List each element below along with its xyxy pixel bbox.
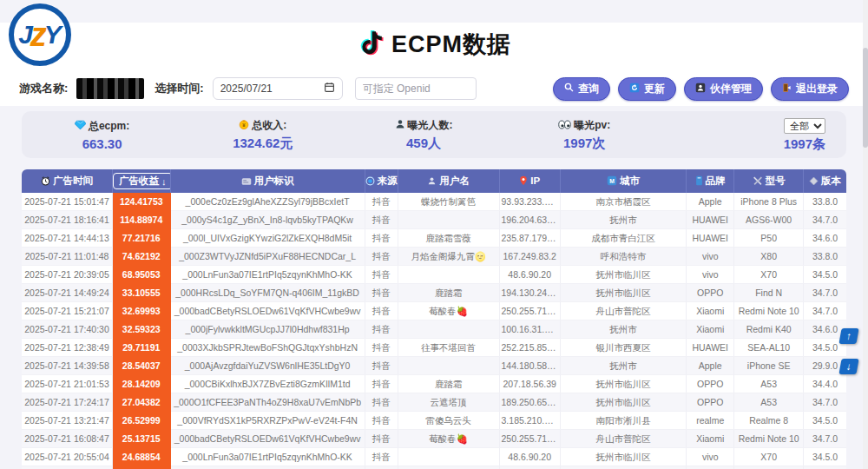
revenue-sort-control[interactable]: 广告收益↓ (113, 173, 170, 189)
table-body: 2025-07-21 15:01:47124.41753_000eCz0zEz9… (22, 193, 846, 469)
cell-ip: 100.16.31.126 (499, 320, 560, 339)
cell-version: 34.6.0 (804, 229, 846, 248)
cell-version: 34.5.0 (804, 266, 846, 284)
cell-ip: 250.255.71.44 (499, 302, 560, 320)
cell-ad_revenue: 28.14209 (113, 375, 171, 393)
cell-source: 抖音 (365, 448, 398, 466)
stats-bar: 总ecpm: 663.30 ¥ 总收入: 1324.62元 曝光人数: 459人… (22, 111, 846, 158)
table-row: 2025-07-21 21:01:5328.14209_000CBiKxlhxB… (22, 375, 846, 393)
page-scrollbar[interactable] (863, 0, 868, 469)
calendar-icon[interactable] (324, 81, 335, 96)
page-title-wrap: ECPM数据 (0, 28, 868, 61)
cell-username: 鹿踏霜雪薇 (398, 229, 499, 248)
cell-source: 抖音 (365, 320, 398, 339)
cell-user_id: _000jFylvwkkltMGUcpJJ7l0Hdhwf831Hp (170, 320, 365, 339)
cell-user_id: _000O1fCFEE3PaNTh4oZ9H8xaU7vEmNbPb (170, 393, 365, 412)
cell-user_id: _000VfRYdSX1kP5RXRZPxPwV-eV24t-F4N (170, 412, 365, 430)
partner-icon (695, 83, 706, 96)
cell-username: 蝶烧竹制篱笆 (398, 193, 499, 211)
cell-ip: 93.93.233.121 (499, 193, 560, 211)
game-name-label: 游戏名称: (19, 81, 68, 96)
cell-username: 鹿踏霜 (398, 284, 499, 302)
cell-city: 抚州市临川区 (560, 375, 686, 393)
refresh-button[interactable]: 更新 (618, 77, 676, 101)
cell-version: 34.4.0 (804, 375, 846, 393)
cell-user_id: _000HRcsLDq_SoYFM7QN-q406IM_11gkBD (170, 284, 365, 302)
cell-ip: 48.6.90.20 (499, 448, 560, 466)
game-name-redacted (76, 78, 144, 99)
cell-city: 舟山市普陀区 (560, 302, 686, 320)
cell-source: 抖音 (365, 229, 398, 248)
partner-manage-button[interactable]: 伙伴管理 (684, 77, 763, 101)
cell-version: 34.7.0 (804, 466, 846, 469)
cell-ad_revenue: 33.10555 (113, 284, 171, 302)
scroll-bottom-button[interactable]: ↓ (838, 359, 858, 374)
cell-ad_time: 2025-07-21 20:39:05 (22, 266, 113, 284)
svg-text:M: M (609, 178, 615, 184)
table-row: 2025-07-21 12:38:4929.71191_0003XJkbSPRJ… (22, 339, 846, 357)
column-header-version: 版本 (804, 169, 846, 193)
cell-source: 抖音 (365, 357, 398, 375)
page-title: ECPM数据 (391, 29, 511, 60)
partner-manage-button-label: 伙伴管理 (710, 82, 752, 96)
cell-brand: HUAWEI (687, 339, 734, 357)
cell-model: Redmi Note 10 (734, 302, 804, 320)
column-label: 来源 (378, 175, 398, 186)
table-row: 2025-07-21 13:21:4726.52999_000VfRYdSX1k… (22, 412, 846, 430)
scroll-top-button[interactable]: ↑ (838, 328, 858, 344)
up-arrow-icon: ↑ (845, 330, 852, 342)
cell-user_id: _000badCBetyRSLOEDw61VqKfVHCwbe9wv (170, 466, 365, 469)
data-table-wrap: 广告时间广告收益↓用户标识来源用户名IPM城市品牌型号版本 2025-07-21… (22, 169, 846, 469)
stat-exposure-users: 曝光人数: 459人 (343, 117, 503, 152)
cell-model: Redmi K40 (734, 320, 804, 339)
column-header-model: 型号 (734, 169, 804, 193)
refresh-button-label: 更新 (644, 82, 665, 96)
cell-ad_time: 2025-07-21 13:21:47 (22, 412, 113, 430)
cell-model: SEA-AL10 (734, 339, 804, 357)
cell-city: 银川市西夏区 (560, 339, 686, 357)
scrollbar-thumb[interactable] (863, 48, 868, 148)
column-label: 版本 (821, 175, 841, 186)
cell-user_id: _0003XJkbSPRJtewBoFShQGJtqxYshbHzN (170, 339, 365, 357)
range-select[interactable]: 全部 (784, 118, 825, 134)
cell-ip: 3.185.210.108 (499, 412, 560, 430)
stat-label: 曝光人数: (408, 118, 453, 133)
cell-source: 抖音 (365, 375, 398, 393)
cell-source: 抖音 (365, 412, 398, 430)
column-label: 城市 (620, 175, 640, 186)
query-button[interactable]: 查询 (553, 77, 610, 101)
table-row: 2025-07-21 15:21:0732.69993_000badCBetyR… (22, 302, 846, 320)
cell-ad_time: 2025-07-21 14:49:24 (22, 284, 113, 302)
cell-source: 抖音 (365, 393, 398, 412)
cell-brand: Xiaomi (687, 302, 734, 320)
cell-city: 抚州市临川区 (560, 448, 686, 466)
cell-brand: vivo (687, 448, 734, 466)
table-row: 2025-07-21 16:08:4725.13715_000badCBetyR… (22, 430, 846, 448)
cell-brand: HUAWEI (687, 211, 734, 229)
cell-ad_revenue: 124.41753 (113, 193, 171, 211)
cell-ad_time: 2025-07-21 18:16:41 (22, 211, 113, 229)
logout-button[interactable]: 退出登录 (771, 77, 849, 101)
cell-username: 莓酸春🍓 (398, 302, 499, 320)
cell-username: 云遮塔顶 (398, 393, 499, 412)
cell-ad_time: 2025-07-21 12:38:49 (22, 339, 113, 357)
table-row: 2025-07-21 17:24:1727.04382_000O1fCFEE3P… (22, 393, 846, 412)
openid-input[interactable] (355, 77, 477, 100)
cell-city: 抚州市临川区 (560, 266, 686, 284)
cell-city: 南阳市淅川县 (560, 412, 686, 430)
cell-ad_time: 2025-07-21 15:21:07 (22, 302, 113, 320)
cell-city: 抚州市 (560, 320, 686, 339)
column-label: 用户标识 (254, 175, 294, 186)
cell-username: 往事不堪回首 (398, 339, 499, 357)
stat-record-count: 全部 1997条 (665, 117, 846, 153)
cell-brand: Xiaomi (687, 466, 734, 469)
cell-user_id: _000LnFun3a07IE1rtPIq5zqynKhMhO-KK (170, 448, 365, 466)
cell-brand: Xiaomi (687, 320, 734, 339)
column-header-ad_revenue[interactable]: 广告收益↓ (113, 169, 171, 193)
table-header-row: 广告时间广告收益↓用户标识来源用户名IPM城市品牌型号版本 (22, 169, 846, 193)
search-icon (564, 83, 574, 95)
date-input[interactable]: 2025/07/21 (213, 77, 343, 100)
table-row: 2025-07-21 15:01:47124.41753_000eCz0zEz9… (22, 193, 846, 211)
cell-city: 南京市栖霞区 (560, 193, 686, 211)
logo-letter: Y (44, 22, 62, 48)
